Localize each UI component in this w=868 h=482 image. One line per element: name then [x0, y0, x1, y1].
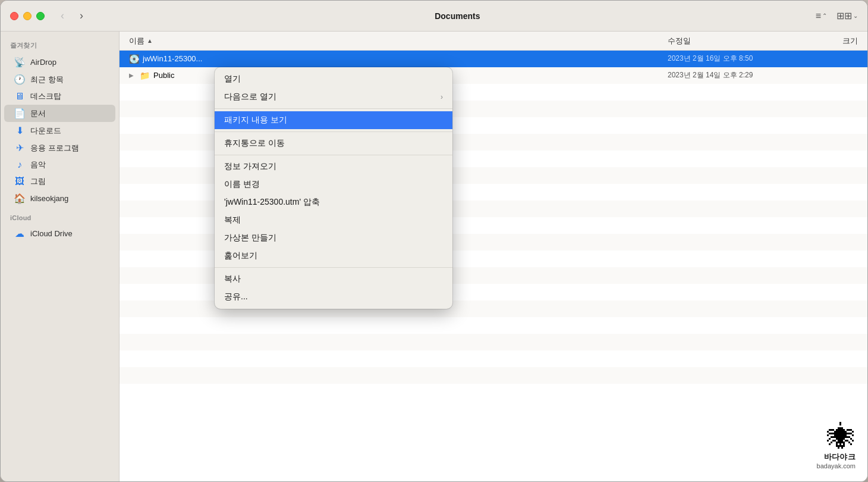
context-menu-separator	[215, 155, 452, 155]
context-menu-item-label: 'jwWin11-25300.utm' 압축	[224, 197, 320, 208]
context-menu-item-copy[interactable]: 복사	[215, 270, 452, 288]
icloud-section: iCloud ☁ iCloud Drive	[1, 214, 119, 242]
context-menu-item-alias[interactable]: 가상본 만들기	[215, 229, 452, 247]
context-menu-overlay[interactable]: 열기 다음으로 열기 › 패키지 내용 보기 휴지통으로 이동	[119, 32, 867, 481]
sidebar-item-label: 음악	[30, 159, 46, 170]
sidebar-item-airdrop[interactable]: 📡 AirDrop	[4, 54, 115, 71]
context-menu-item-quicklook[interactable]: 훑어보기	[215, 247, 452, 265]
finder-window: ‹ › Documents ≡ ⌃ ⊞⊞ ⌄ 즐겨찾기 📡 AirDrop	[0, 0, 868, 482]
minimize-button[interactable]	[23, 12, 32, 20]
forward-button[interactable]: ›	[73, 8, 90, 24]
documents-icon: 📄	[14, 108, 26, 119]
list-view-button[interactable]: ≡ ⌃	[816, 11, 827, 21]
music-icon: ♪	[14, 159, 26, 170]
home-icon: 🏠	[14, 193, 26, 204]
context-menu-item-compress[interactable]: 'jwWin11-25300.utm' 압축	[215, 193, 452, 211]
context-menu-item-show-package[interactable]: 패키지 내용 보기	[215, 111, 452, 129]
back-button[interactable]: ‹	[54, 8, 71, 24]
title-bar: ‹ › Documents ≡ ⌃ ⊞⊞ ⌄	[1, 1, 867, 32]
sidebar-item-recents[interactable]: 🕐 최근 항목	[4, 71, 115, 88]
list-view-chevron: ⌃	[822, 12, 827, 19]
sidebar-item-applications[interactable]: ✈ 응용 프로그램	[4, 139, 115, 157]
desktop-icon: 🖥	[14, 91, 26, 102]
context-menu-item-open-with[interactable]: 다음으로 열기 ›	[215, 88, 452, 106]
context-menu-separator	[215, 108, 452, 109]
sidebar-item-home[interactable]: 🏠 kilseokjang	[4, 190, 115, 207]
context-menu-item-label: 복제	[224, 215, 241, 226]
sidebar-item-label: kilseokjang	[30, 194, 68, 203]
downloads-icon: ⬇	[14, 125, 26, 136]
sidebar-item-label: 그림	[30, 176, 46, 187]
sidebar-item-label: iCloud Drive	[30, 229, 73, 238]
grid-view-icon: ⊞⊞	[836, 10, 852, 21]
context-menu-item-label: 훑어보기	[224, 251, 257, 261]
sidebar-item-icloud-drive[interactable]: ☁ iCloud Drive	[4, 225, 115, 242]
sidebar-item-label: 다운로드	[30, 126, 61, 136]
context-menu-separator	[215, 132, 452, 132]
sidebar-item-downloads[interactable]: ⬇ 다운로드	[4, 122, 115, 139]
sidebar-item-label: 최근 항목	[30, 74, 64, 85]
favorites-label: 즐겨찾기	[1, 41, 119, 54]
pictures-icon: 🖼	[14, 176, 26, 187]
recents-icon: 🕐	[14, 74, 26, 85]
context-menu-item-get-info[interactable]: 정보 가져오기	[215, 158, 452, 176]
main-area: 즐겨찾기 📡 AirDrop 🕐 최근 항목 🖥 데스크탑 📄 문서	[1, 32, 867, 481]
sidebar-item-label: 문서	[30, 108, 46, 119]
airdrop-icon: 📡	[14, 57, 26, 68]
context-menu-item-move-trash[interactable]: 휴지통으로 이동	[215, 134, 452, 152]
sidebar: 즐겨찾기 📡 AirDrop 🕐 최근 항목 🖥 데스크탑 📄 문서	[1, 32, 119, 481]
sidebar-item-label: 데스크탑	[30, 91, 61, 102]
toolbar-right: ≡ ⌃ ⊞⊞ ⌄	[816, 10, 858, 21]
context-menu-item-label: 이름 변경	[224, 179, 260, 190]
sidebar-item-desktop[interactable]: 🖥 데스크탑	[4, 88, 115, 105]
context-menu-item-label: 패키지 내용 보기	[224, 115, 287, 126]
context-menu-item-label: 정보 가져오기	[224, 161, 276, 172]
favorites-section: 즐겨찾기 📡 AirDrop 🕐 최근 항목 🖥 데스크탑 📄 문서	[1, 41, 119, 207]
context-menu-separator	[215, 267, 452, 268]
sidebar-item-music[interactable]: ♪ 음악	[4, 157, 115, 173]
context-menu-item-label: 열기	[224, 74, 241, 84]
context-menu-item-duplicate[interactable]: 복제	[215, 211, 452, 229]
context-menu-item-share[interactable]: 공유...	[215, 288, 452, 306]
traffic-lights	[10, 12, 45, 20]
grid-view-button[interactable]: ⊞⊞ ⌄	[836, 10, 858, 21]
context-menu: 열기 다음으로 열기 › 패키지 내용 보기 휴지통으로 이동	[215, 67, 452, 309]
window-title: Documents	[99, 11, 816, 21]
maximize-button[interactable]	[36, 12, 45, 20]
grid-view-chevron: ⌄	[853, 12, 858, 19]
sidebar-item-label: AirDrop	[30, 58, 56, 67]
nav-buttons: ‹ ›	[54, 8, 90, 24]
applications-icon: ✈	[14, 142, 26, 154]
file-area: 이름 ▲ 수정일 크기 💽 jwWin11-25300...	[119, 32, 867, 481]
sidebar-item-documents[interactable]: 📄 문서	[4, 105, 115, 122]
context-menu-item-label: 가상본 만들기	[224, 233, 276, 243]
submenu-arrow-icon: ›	[441, 93, 443, 101]
context-menu-item-label: 복사	[224, 274, 241, 284]
list-view-icon: ≡	[816, 11, 821, 21]
context-menu-item-label: 공유...	[224, 292, 248, 302]
context-menu-item-rename[interactable]: 이름 변경	[215, 176, 452, 193]
context-menu-item-label: 휴지통으로 이동	[224, 138, 285, 149]
icloud-drive-icon: ☁	[14, 228, 26, 239]
sidebar-item-pictures[interactable]: 🖼 그림	[4, 173, 115, 190]
context-menu-item-open[interactable]: 열기	[215, 70, 452, 88]
context-menu-item-label: 다음으로 열기	[224, 92, 276, 102]
close-button[interactable]	[10, 12, 18, 20]
icloud-label: iCloud	[1, 214, 119, 225]
sidebar-item-label: 응용 프로그램	[30, 143, 79, 154]
